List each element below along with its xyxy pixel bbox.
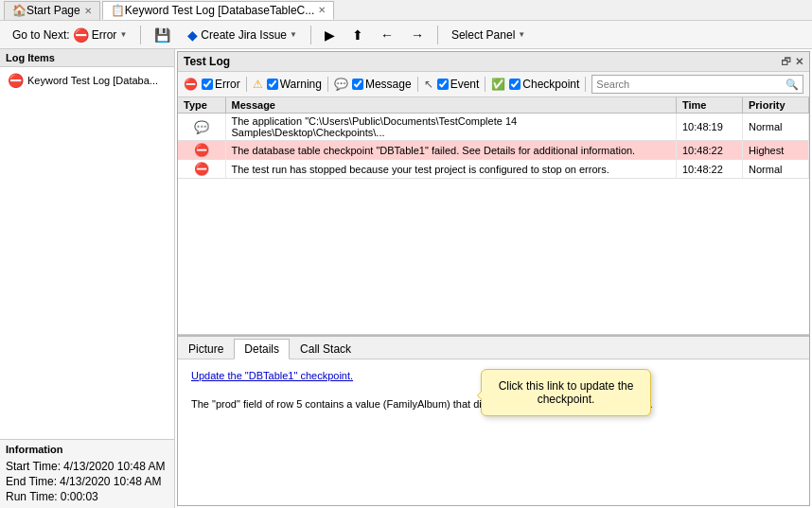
message-filter-label: Message: [365, 78, 412, 91]
event-filter[interactable]: Event: [437, 78, 480, 91]
jira-dropdown-arrow[interactable]: ▼: [290, 30, 297, 39]
filter-sep-1: [246, 77, 247, 92]
error-dropdown-arrow[interactable]: ▼: [119, 30, 127, 39]
test-log-header: Test Log 🗗 ✕: [178, 52, 809, 72]
row-message-cell: The test run has stopped because your te…: [225, 160, 677, 179]
row-time-cell: 10:48:22: [677, 141, 743, 160]
tab-picture[interactable]: Picture: [178, 339, 234, 359]
forward-button[interactable]: →: [404, 24, 431, 46]
tooltip-bubble: Click this link to update the checkpoint…: [481, 369, 651, 416]
tab-call-stack-label: Call Stack: [300, 342, 351, 356]
tab-start-page[interactable]: 🏠 Start Page ✕: [4, 1, 100, 20]
checkpoint-filter-label: Checkpoint: [522, 78, 579, 91]
search-input[interactable]: [596, 79, 786, 90]
list-item[interactable]: ⛔ Keyword Test Log [Databa...: [4, 71, 170, 90]
save-button[interactable]: 💾: [148, 24, 177, 46]
row-priority-cell: Normal: [743, 114, 809, 141]
event-checkbox[interactable]: [437, 79, 449, 90]
row-time-cell: 10:48:22: [677, 160, 743, 179]
tab-details-label: Details: [244, 342, 279, 356]
message-checkbox[interactable]: [352, 79, 363, 90]
error-checkbox[interactable]: [202, 79, 213, 90]
end-time-label: End Time:: [6, 475, 57, 488]
filter-sep-2: [327, 77, 328, 92]
filter-sep-4: [485, 77, 485, 92]
bottom-tabs: Picture Details Call Stack: [178, 337, 809, 359]
warning-filter-label: Warning: [280, 78, 322, 91]
start-page-close-icon[interactable]: ✕: [84, 6, 92, 16]
error-filter-label: Error: [215, 78, 240, 91]
message-filter[interactable]: Message: [352, 78, 412, 91]
table-row[interactable]: ⛔The database table checkpoint "DBTable1…: [178, 141, 809, 160]
jira-icon: ◆: [187, 27, 198, 43]
step-button[interactable]: ⬆: [345, 24, 370, 46]
start-time-label: Start Time:: [6, 460, 61, 473]
tab-keyword-test-log[interactable]: 📋 Keyword Test Log [DatabaseTableC... ✕: [102, 1, 335, 20]
filter-sep-5: [585, 77, 586, 92]
row-time-cell: 10:48:19: [677, 114, 743, 141]
comment-row-icon: 💬: [194, 120, 209, 134]
back-icon: ←: [380, 27, 394, 43]
go-to-next-label: Go to Next:: [12, 28, 70, 42]
update-checkpoint-link[interactable]: Update the "DBTable1" checkpoint.: [191, 370, 353, 381]
checkpoint-filter-icon: ✅: [491, 78, 505, 91]
start-time-row: Start Time: 4/13/2020 10:48 AM: [6, 459, 168, 474]
select-panel-button[interactable]: Select Panel ▼: [445, 24, 532, 46]
run-button[interactable]: ▶: [318, 24, 342, 46]
row-type-cell: ⛔: [178, 160, 225, 179]
separator-1: [140, 26, 141, 44]
table-header-row: Type Message Time Priority: [178, 97, 809, 114]
tab-details[interactable]: Details: [234, 339, 290, 359]
search-icon: 🔍: [786, 79, 799, 91]
log-table: Type Message Time Priority 💬The applicat…: [178, 97, 809, 179]
start-time-value: 4/13/2020 10:48 AM: [63, 460, 165, 473]
col-message: Message: [225, 97, 677, 114]
test-log-wrapper: Test Log 🗗 ✕ ⛔ Error ⚠ Warning: [177, 51, 810, 506]
keyword-log-close-icon[interactable]: ✕: [318, 5, 326, 15]
end-time-value: 4/13/2020 10:48 AM: [60, 475, 161, 488]
error-row-icon: ⛔: [194, 162, 209, 176]
event-filter-label: Event: [450, 78, 480, 91]
bottom-area: Picture Details Call Stack Update the "D…: [178, 335, 809, 505]
start-page-tab-label: Start Page: [26, 4, 80, 17]
run-icon: ▶: [325, 27, 335, 43]
create-jira-button[interactable]: ◆ Create Jira Issue ▼: [181, 24, 304, 46]
separator-2: [310, 26, 311, 44]
restore-icon[interactable]: 🗗: [781, 56, 791, 68]
checkpoint-checkbox[interactable]: [509, 79, 521, 90]
table-row[interactable]: 💬The application "C:\Users\Public\Docume…: [178, 114, 809, 141]
tab-picture-label: Picture: [188, 342, 223, 356]
information-panel: Information Start Time: 4/13/2020 10:48 …: [0, 439, 174, 508]
message-filter-icon: 💬: [334, 78, 348, 91]
log-items-header: Log Items: [0, 49, 174, 67]
keyword-log-icon: 📋: [111, 4, 125, 17]
back-button[interactable]: ←: [374, 24, 400, 46]
panel-close-icon[interactable]: ✕: [795, 56, 803, 68]
warning-filter[interactable]: Warning: [267, 78, 322, 91]
forward-icon: →: [411, 27, 424, 43]
right-panel: Test Log 🗗 ✕ ⛔ Error ⚠ Warning: [175, 49, 812, 508]
list-item-error-icon: ⛔: [8, 73, 24, 88]
test-log-header-icons: 🗗 ✕: [781, 56, 803, 68]
checkpoint-filter[interactable]: Checkpoint: [509, 78, 579, 91]
start-page-icon: 🏠: [12, 4, 26, 17]
go-to-next-button[interactable]: Go to Next: ⛔ Error ▼: [6, 24, 133, 46]
filter-sep-3: [417, 77, 418, 92]
main-container: Log Items ⛔ Keyword Test Log [Databa... …: [0, 49, 812, 508]
warning-checkbox[interactable]: [267, 79, 278, 90]
log-table-container[interactable]: Type Message Time Priority 💬The applicat…: [178, 97, 809, 335]
tab-call-stack[interactable]: Call Stack: [290, 339, 362, 359]
select-panel-arrow[interactable]: ▼: [518, 30, 525, 39]
save-icon: 💾: [154, 27, 170, 43]
test-log-title: Test Log: [184, 55, 230, 68]
run-time-label: Run Time:: [6, 490, 58, 503]
select-panel-label: Select Panel: [451, 28, 515, 42]
title-bar: 🏠 Start Page ✕ 📋 Keyword Test Log [Datab…: [0, 0, 812, 21]
keyword-log-tab-label: Keyword Test Log [DatabaseTableC...: [125, 4, 315, 17]
tooltip-text: Click this link to update the checkpoint…: [499, 379, 634, 406]
left-panel: Log Items ⛔ Keyword Test Log [Databa... …: [0, 49, 175, 508]
row-type-cell: ⛔: [178, 141, 225, 160]
table-row[interactable]: ⛔The test run has stopped because your t…: [178, 160, 809, 179]
error-filter[interactable]: Error: [202, 78, 240, 91]
search-box[interactable]: 🔍: [591, 75, 803, 94]
